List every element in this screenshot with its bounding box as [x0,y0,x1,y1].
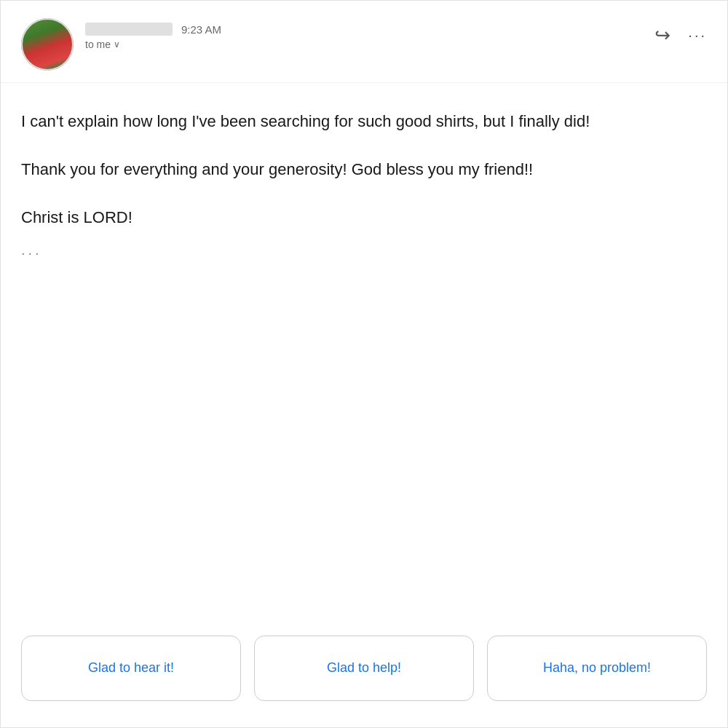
ellipsis-more[interactable]: ··· [21,245,707,261]
email-paragraph-1: I can't explain how long I've been searc… [21,109,707,134]
smart-replies: Glad to hear it! Glad to help! Haha, no … [1,618,727,727]
sender-section: 9:23 AM to me ∨ [21,18,221,71]
sender-name-row: 9:23 AM [85,23,221,36]
to-me-row[interactable]: to me ∨ [85,39,221,50]
email-paragraph-2: Thank you for everything and your genero… [21,157,707,182]
smart-reply-1[interactable]: Glad to hear it! [21,636,241,701]
avatar [21,18,74,71]
chevron-down-icon[interactable]: ∨ [114,39,120,50]
email-paragraph-3: Christ is LORD! [21,205,707,230]
email-timestamp: 9:23 AM [181,23,221,36]
avatar-image [21,18,74,71]
email-view: 9:23 AM to me ∨ ↩ ··· I can't explain ho… [0,0,728,728]
header-actions: ↩ ··· [654,18,707,47]
reply-icon[interactable]: ↩ [654,24,670,47]
to-me-label: to me [85,39,111,50]
sender-info: 9:23 AM to me ∨ [85,18,221,50]
smart-reply-2[interactable]: Glad to help! [254,636,474,701]
email-text: I can't explain how long I've been searc… [21,109,707,230]
email-header: 9:23 AM to me ∨ ↩ ··· [1,1,727,83]
sender-name-blurred [85,23,173,36]
more-options-icon[interactable]: ··· [688,27,707,44]
email-body: I can't explain how long I've been searc… [1,83,727,618]
smart-reply-3[interactable]: Haha, no problem! [487,636,707,701]
